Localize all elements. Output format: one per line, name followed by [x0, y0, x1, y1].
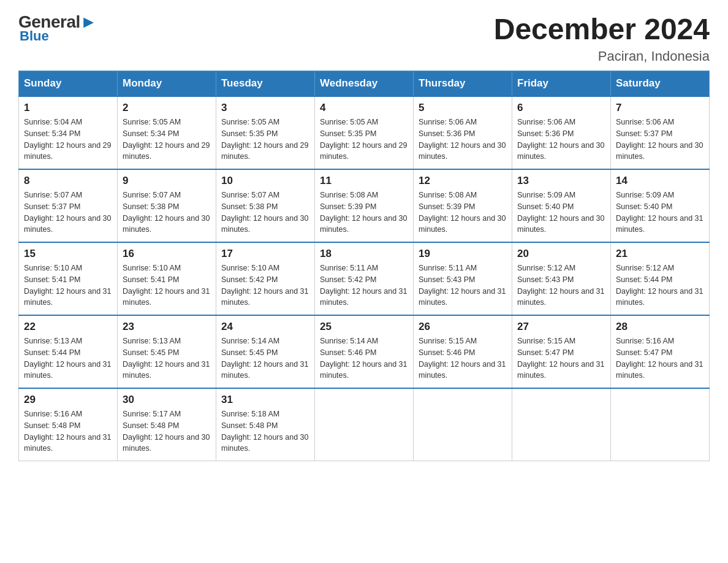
day-info: Sunrise: 5:06 AM Sunset: 5:37 PM Dayligh…: [616, 117, 704, 163]
day-number: 29: [24, 394, 112, 406]
calendar-cell: 30 Sunrise: 5:17 AM Sunset: 5:48 PM Dayl…: [118, 388, 216, 461]
calendar-cell: 4 Sunrise: 5:05 AM Sunset: 5:35 PM Dayli…: [315, 96, 414, 169]
calendar-subtitle: Paciran, Indonesia: [494, 48, 710, 64]
calendar-cell: 10 Sunrise: 5:07 AM Sunset: 5:38 PM Dayl…: [216, 169, 315, 242]
calendar-header-sunday: Sunday: [19, 71, 118, 97]
day-info: Sunrise: 5:16 AM Sunset: 5:48 PM Dayligh…: [24, 408, 112, 454]
day-info: Sunrise: 5:13 AM Sunset: 5:44 PM Dayligh…: [24, 335, 112, 381]
day-info: Sunrise: 5:09 AM Sunset: 5:40 PM Dayligh…: [517, 190, 605, 236]
day-number: 7: [616, 102, 704, 114]
calendar-cell: 6 Sunrise: 5:06 AM Sunset: 5:36 PM Dayli…: [512, 96, 611, 169]
calendar-week-row: 29 Sunrise: 5:16 AM Sunset: 5:48 PM Dayl…: [19, 388, 710, 461]
calendar-cell: 23 Sunrise: 5:13 AM Sunset: 5:45 PM Dayl…: [118, 315, 216, 388]
day-number: 21: [616, 248, 704, 260]
day-number: 13: [517, 175, 605, 187]
day-number: 16: [123, 248, 211, 260]
calendar-cell: 17 Sunrise: 5:10 AM Sunset: 5:42 PM Dayl…: [216, 242, 315, 315]
day-info: Sunrise: 5:05 AM Sunset: 5:34 PM Dayligh…: [123, 117, 211, 163]
calendar-header-wednesday: Wednesday: [315, 71, 414, 97]
day-info: Sunrise: 5:13 AM Sunset: 5:45 PM Dayligh…: [123, 335, 211, 381]
day-info: Sunrise: 5:15 AM Sunset: 5:46 PM Dayligh…: [419, 335, 507, 381]
day-number: 10: [221, 175, 309, 187]
calendar-cell: [512, 388, 611, 461]
day-number: 1: [24, 102, 112, 114]
day-number: 15: [24, 248, 112, 260]
day-info: Sunrise: 5:12 AM Sunset: 5:44 PM Dayligh…: [616, 262, 704, 308]
day-number: 11: [320, 175, 408, 187]
day-info: Sunrise: 5:07 AM Sunset: 5:38 PM Dayligh…: [221, 190, 309, 236]
calendar-cell: 2 Sunrise: 5:05 AM Sunset: 5:34 PM Dayli…: [118, 96, 216, 169]
calendar-cell: 11 Sunrise: 5:08 AM Sunset: 5:39 PM Dayl…: [315, 169, 414, 242]
day-number: 5: [419, 102, 507, 114]
day-number: 31: [221, 394, 309, 406]
calendar-cell: 24 Sunrise: 5:14 AM Sunset: 5:45 PM Dayl…: [216, 315, 315, 388]
day-info: Sunrise: 5:08 AM Sunset: 5:39 PM Dayligh…: [419, 190, 507, 236]
day-info: Sunrise: 5:06 AM Sunset: 5:36 PM Dayligh…: [517, 117, 605, 163]
day-number: 23: [123, 321, 211, 333]
day-number: 3: [221, 102, 309, 114]
calendar-cell: 31 Sunrise: 5:18 AM Sunset: 5:48 PM Dayl…: [216, 388, 315, 461]
logo-blue-text: Blue: [20, 28, 49, 44]
day-number: 14: [616, 175, 704, 187]
day-number: 26: [419, 321, 507, 333]
calendar-cell: 16 Sunrise: 5:10 AM Sunset: 5:41 PM Dayl…: [118, 242, 216, 315]
day-number: 30: [123, 394, 211, 406]
calendar-header-row: SundayMondayTuesdayWednesdayThursdayFrid…: [19, 71, 710, 97]
calendar-week-row: 22 Sunrise: 5:13 AM Sunset: 5:44 PM Dayl…: [19, 315, 710, 388]
day-number: 22: [24, 321, 112, 333]
calendar-cell: 29 Sunrise: 5:16 AM Sunset: 5:48 PM Dayl…: [19, 388, 118, 461]
calendar-cell: 27 Sunrise: 5:15 AM Sunset: 5:47 PM Dayl…: [512, 315, 611, 388]
day-number: 24: [221, 321, 309, 333]
day-info: Sunrise: 5:05 AM Sunset: 5:35 PM Dayligh…: [221, 117, 309, 163]
day-info: Sunrise: 5:04 AM Sunset: 5:34 PM Dayligh…: [24, 117, 112, 163]
calendar-title: December 2024: [494, 12, 710, 46]
day-info: Sunrise: 5:10 AM Sunset: 5:41 PM Dayligh…: [24, 262, 112, 308]
calendar-cell: 9 Sunrise: 5:07 AM Sunset: 5:38 PM Dayli…: [118, 169, 216, 242]
calendar-cell: 14 Sunrise: 5:09 AM Sunset: 5:40 PM Dayl…: [611, 169, 710, 242]
day-info: Sunrise: 5:10 AM Sunset: 5:42 PM Dayligh…: [221, 262, 309, 308]
logo: General► Blue: [18, 12, 97, 44]
day-info: Sunrise: 5:11 AM Sunset: 5:43 PM Dayligh…: [419, 262, 507, 308]
logo-triangle-icon: ►: [80, 12, 97, 31]
day-info: Sunrise: 5:05 AM Sunset: 5:35 PM Dayligh…: [320, 117, 408, 163]
day-number: 12: [419, 175, 507, 187]
calendar-header-monday: Monday: [118, 71, 216, 97]
day-info: Sunrise: 5:12 AM Sunset: 5:43 PM Dayligh…: [517, 262, 605, 308]
calendar-header-saturday: Saturday: [611, 71, 710, 97]
calendar-cell: 13 Sunrise: 5:09 AM Sunset: 5:40 PM Dayl…: [512, 169, 611, 242]
calendar-cell: 15 Sunrise: 5:10 AM Sunset: 5:41 PM Dayl…: [19, 242, 118, 315]
calendar-cell: 20 Sunrise: 5:12 AM Sunset: 5:43 PM Dayl…: [512, 242, 611, 315]
calendar-week-row: 1 Sunrise: 5:04 AM Sunset: 5:34 PM Dayli…: [19, 96, 710, 169]
day-info: Sunrise: 5:06 AM Sunset: 5:36 PM Dayligh…: [419, 117, 507, 163]
calendar-cell: 12 Sunrise: 5:08 AM Sunset: 5:39 PM Dayl…: [414, 169, 512, 242]
day-info: Sunrise: 5:15 AM Sunset: 5:47 PM Dayligh…: [517, 335, 605, 381]
calendar-cell: 22 Sunrise: 5:13 AM Sunset: 5:44 PM Dayl…: [19, 315, 118, 388]
title-section: December 2024 Paciran, Indonesia: [494, 12, 710, 64]
calendar-cell: [611, 388, 710, 461]
day-number: 17: [221, 248, 309, 260]
calendar-header-friday: Friday: [512, 71, 611, 97]
calendar-header-tuesday: Tuesday: [216, 71, 315, 97]
calendar-cell: 5 Sunrise: 5:06 AM Sunset: 5:36 PM Dayli…: [414, 96, 512, 169]
calendar-cell: 8 Sunrise: 5:07 AM Sunset: 5:37 PM Dayli…: [19, 169, 118, 242]
calendar-cell: 26 Sunrise: 5:15 AM Sunset: 5:46 PM Dayl…: [414, 315, 512, 388]
day-number: 20: [517, 248, 605, 260]
calendar-week-row: 15 Sunrise: 5:10 AM Sunset: 5:41 PM Dayl…: [19, 242, 710, 315]
day-info: Sunrise: 5:07 AM Sunset: 5:37 PM Dayligh…: [24, 190, 112, 236]
day-info: Sunrise: 5:11 AM Sunset: 5:42 PM Dayligh…: [320, 262, 408, 308]
header: General► Blue December 2024 Paciran, Ind…: [18, 12, 710, 64]
calendar-header-thursday: Thursday: [414, 71, 512, 97]
calendar-cell: 19 Sunrise: 5:11 AM Sunset: 5:43 PM Dayl…: [414, 242, 512, 315]
day-number: 6: [517, 102, 605, 114]
day-info: Sunrise: 5:16 AM Sunset: 5:47 PM Dayligh…: [616, 335, 704, 381]
day-number: 27: [517, 321, 605, 333]
calendar-cell: 1 Sunrise: 5:04 AM Sunset: 5:34 PM Dayli…: [19, 96, 118, 169]
day-info: Sunrise: 5:07 AM Sunset: 5:38 PM Dayligh…: [123, 190, 211, 236]
day-info: Sunrise: 5:14 AM Sunset: 5:46 PM Dayligh…: [320, 335, 408, 381]
day-number: 18: [320, 248, 408, 260]
calendar-week-row: 8 Sunrise: 5:07 AM Sunset: 5:37 PM Dayli…: [19, 169, 710, 242]
calendar-cell: 18 Sunrise: 5:11 AM Sunset: 5:42 PM Dayl…: [315, 242, 414, 315]
calendar-cell: 28 Sunrise: 5:16 AM Sunset: 5:47 PM Dayl…: [611, 315, 710, 388]
day-info: Sunrise: 5:17 AM Sunset: 5:48 PM Dayligh…: [123, 408, 211, 454]
day-info: Sunrise: 5:14 AM Sunset: 5:45 PM Dayligh…: [221, 335, 309, 381]
